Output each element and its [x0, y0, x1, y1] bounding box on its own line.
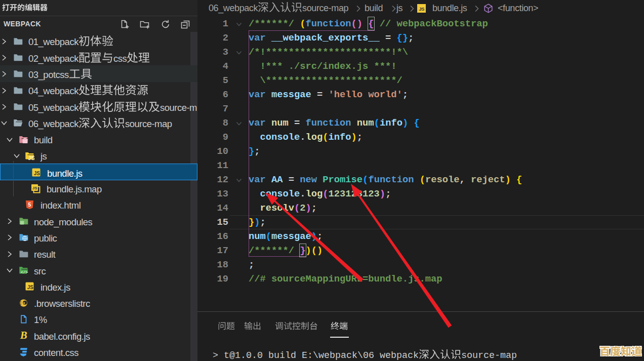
- svg-text:JS: JS: [34, 171, 41, 176]
- svg-text:5: 5: [28, 202, 31, 208]
- svg-text:JS: JS: [419, 6, 424, 12]
- svg-text:JS: JS: [28, 155, 34, 161]
- svg-text:B: B: [20, 331, 27, 340]
- svg-text:</>: </>: [21, 270, 28, 274]
- svg-text:JS: JS: [32, 186, 37, 190]
- svg-text:JS: JS: [27, 285, 34, 290]
